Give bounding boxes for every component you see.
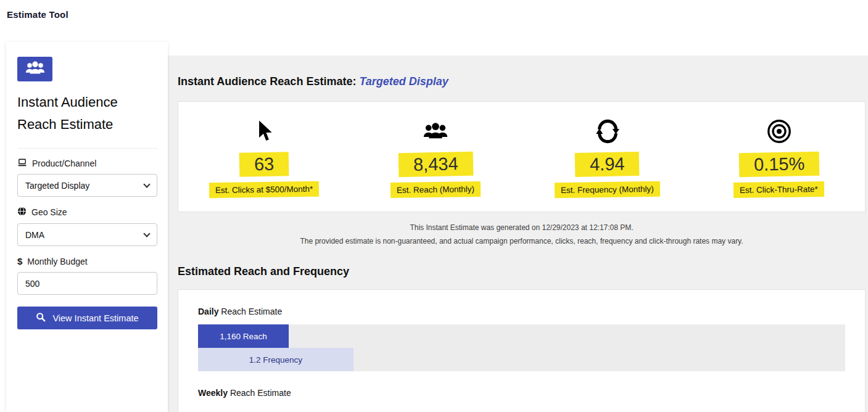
monthly-budget-label: $ Monthly Budget — [17, 256, 157, 266]
stat-value: 0.15% — [738, 152, 819, 178]
users-icon — [421, 118, 450, 145]
product-channel-label: Product/Channel — [17, 159, 157, 168]
target-icon — [767, 118, 792, 145]
users-icon — [24, 60, 46, 79]
cursor-icon — [254, 118, 274, 145]
stat-value: 4.94 — [575, 152, 640, 177]
disclaimer-line-2: The provided estimate is non-guaranteed,… — [178, 235, 866, 249]
stat-label: Est. Reach (Monthly) — [391, 181, 481, 198]
stat-label: Est. Clicks at $500/Month* — [209, 181, 320, 198]
geo-size-select[interactable]: DMA — [17, 223, 157, 246]
monthly-budget-input[interactable] — [17, 272, 157, 295]
stat-ctr: 0.15% Est. Click-Thru-Rate* — [693, 102, 865, 212]
main-content: Instant Audience Reach Estimate: Targete… — [168, 56, 868, 412]
audience-logo — [17, 57, 52, 81]
stat-label: Est. Frequency (Monthly) — [555, 181, 660, 198]
reach-frequency-heading: Estimated Reach and Frequency — [178, 265, 866, 278]
stat-clicks: 63 Est. Clicks at $500/Month* — [178, 102, 350, 212]
daily-frequency-bar: 1.2 Frequency — [198, 348, 353, 371]
daily-reach-bar: 1,160 Reach — [198, 324, 289, 348]
product-channel-select[interactable]: Targeted Display — [17, 174, 157, 197]
stat-value: 8,434 — [399, 152, 473, 178]
laptop-icon — [17, 159, 27, 168]
app-title: Estimate Tool — [7, 9, 68, 20]
sync-icon — [595, 118, 620, 145]
daily-reach-label: Daily Reach Estimate — [198, 307, 845, 316]
stat-value: 63 — [239, 152, 289, 177]
sidebar-title: Instant Audience Reach Estimate — [17, 91, 157, 136]
view-instant-estimate-button[interactable]: View Instant Estimate — [17, 307, 157, 329]
estimate-sidebar: Instant Audience Reach Estimate Product/… — [6, 42, 168, 412]
stat-reach: 8,434 Est. Reach (Monthly) — [350, 102, 521, 212]
weekly-reach-label: Weekly Reach Estimate — [198, 388, 845, 398]
disclaimer-line-1: This Instant Estimate was generated on 1… — [178, 221, 866, 235]
stat-label: Est. Click-Thru-Rate* — [734, 181, 824, 198]
daily-reach-bars: 1,160 Reach 1.2 Frequency — [198, 324, 845, 371]
page-title: Instant Audience Reach Estimate: Targete… — [178, 75, 866, 88]
dollar-icon: $ — [17, 256, 22, 266]
globe-icon — [17, 207, 27, 218]
channel-name: Targeted Display — [359, 75, 448, 88]
reach-frequency-card: Daily Reach Estimate 1,160 Reach 1.2 Fre… — [178, 289, 866, 412]
divider — [17, 148, 157, 149]
geo-size-label: Geo Size — [17, 207, 157, 218]
estimate-disclaimer: This Instant Estimate was generated on 1… — [178, 221, 866, 248]
stat-frequency: 4.94 Est. Frequency (Monthly) — [522, 102, 693, 212]
instant-estimate-stats-card: 63 Est. Clicks at $500/Month* 8,434 Est.… — [178, 101, 866, 212]
search-icon — [36, 312, 46, 324]
